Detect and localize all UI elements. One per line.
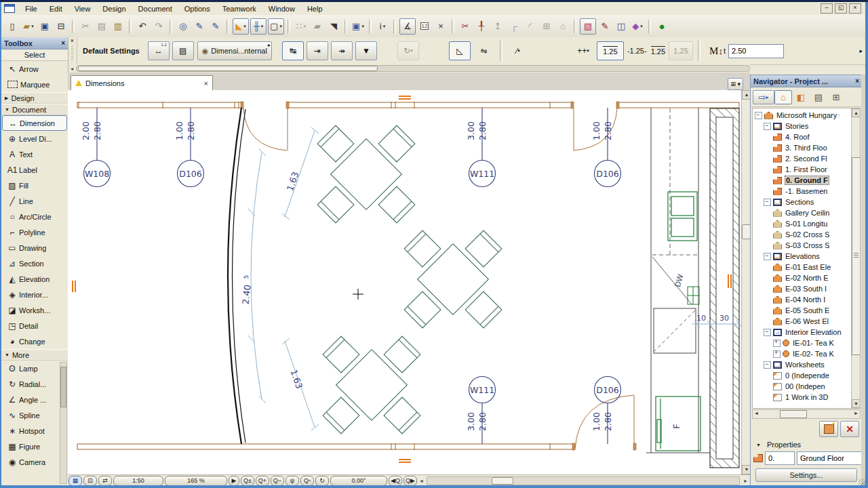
level-dimension-tool-icon[interactable]: ⊕ Level Di...	[1, 131, 68, 146]
toolbar-button[interactable]	[288, 20, 290, 33]
scroll-right-icon[interactable]: ►	[852, 410, 860, 417]
next-view-icon[interactable]: Q▶	[403, 476, 417, 486]
scroll-down-icon[interactable]: ▼	[852, 399, 861, 408]
paste-icon[interactable]: ▥	[111, 19, 125, 34]
print-icon[interactable]: ⊟	[54, 19, 68, 34]
fit-in-window-icon[interactable]: Q▫	[300, 476, 314, 486]
preview-mode-icon[interactable]: ⊡	[83, 476, 97, 486]
arrow-tool-icon[interactable]: ↖ Arrow	[1, 61, 68, 77]
rotate-view-icon[interactable]: ↻	[315, 476, 329, 486]
infobox-close-icon[interactable]: ×	[71, 37, 74, 44]
angle-dimension-button[interactable]: ◺	[449, 41, 471, 60]
zoom-out-icon[interactable]: Q−	[271, 476, 284, 486]
save-icon[interactable]: ▣	[37, 19, 52, 34]
arc-circle-tool-icon[interactable]: ○ Arc/Circle	[1, 209, 68, 224]
zoom-adjust-icon[interactable]: Q±	[241, 476, 254, 486]
tree-item[interactable]: E-04 North I	[753, 294, 852, 305]
floor-plan-svg[interactable]: 1.63 2.40 5 1.63	[68, 90, 741, 474]
interior-elevation-tool-icon[interactable]: ◈ Interior...	[1, 287, 68, 302]
figure-tool-icon[interactable]: ▦ Figure	[1, 439, 68, 454]
sink-unit[interactable]	[668, 192, 697, 241]
tree-item[interactable]: 00 (Indepen	[753, 381, 852, 392]
delete-story-button[interactable]: ✕	[840, 421, 859, 437]
hatched-wall[interactable]	[710, 108, 739, 468]
toolbar-button[interactable]	[648, 20, 651, 33]
copy-icon[interactable]: ▤	[94, 19, 109, 34]
drawing-tool-icon[interactable]: ▭ Drawing	[1, 240, 68, 256]
resize-icon[interactable]: ⊞	[539, 19, 554, 34]
menu-item[interactable]: Options	[178, 3, 216, 14]
fridge-unit[interactable]	[656, 396, 701, 451]
fillet-icon[interactable]: ◜	[523, 19, 538, 34]
angle-dimension-tool-icon[interactable]: ∠ Angle ...	[1, 392, 68, 407]
lamp-tool-icon[interactable]: ʘ Lamp	[1, 361, 68, 376]
elevate-icon[interactable]: ⌂	[555, 19, 570, 34]
text-height-input[interactable]	[728, 44, 784, 58]
infobox-scroll-thumb[interactable]	[78, 66, 378, 71]
story-number-input[interactable]	[765, 451, 795, 465]
walls[interactable]	[77, 102, 739, 449]
tree-item[interactable]: S-02 Cross S	[753, 229, 852, 240]
tree-expander-icon[interactable]	[773, 350, 781, 358]
tree-expander-icon[interactable]	[764, 199, 771, 206]
worksheet-tool-icon[interactable]: ◪ Worksh...	[1, 302, 68, 318]
arc-dimensions[interactable]	[248, 127, 319, 430]
adjust-icon[interactable]: ↥	[490, 19, 505, 34]
redo-icon[interactable]: ↷	[151, 19, 166, 34]
menu-item[interactable]: Help	[301, 3, 329, 14]
tree-item[interactable]: Interior Elevation	[753, 327, 852, 338]
dimension-settings-button[interactable]: ↔ 1.2	[148, 41, 170, 60]
new-document-icon[interactable]: ▯	[5, 19, 20, 34]
tree-expander-icon[interactable]	[773, 340, 781, 347]
toolbox-document-header[interactable]: ▼ Document	[1, 104, 68, 115]
measure-icon[interactable]: ∡	[399, 18, 416, 35]
tree-item[interactable]: E-03 South I	[753, 283, 852, 294]
tree-item[interactable]: -1. Basemen	[753, 186, 852, 197]
tree-item[interactable]: S-01 Longitu	[753, 218, 852, 229]
hscroll-thumb[interactable]	[492, 477, 513, 485]
menu-item[interactable]: Teamwork	[216, 3, 262, 14]
layers-icon[interactable]: ▣	[351, 19, 366, 34]
label-tool-icon[interactable]: A1 Label	[1, 162, 68, 178]
tree-expander-icon[interactable]	[764, 361, 771, 369]
toolbar-button[interactable]	[129, 20, 132, 33]
infobox-handle[interactable]: ×	[68, 37, 77, 64]
pickup-parameters-icon[interactable]: ✎	[192, 19, 207, 34]
grid-display-icon[interactable]: ∷	[294, 19, 309, 34]
tree-expander-icon[interactable]	[764, 329, 771, 336]
toolbar-button[interactable]	[344, 20, 347, 33]
3d-view-icon[interactable]: ⊞	[827, 90, 845, 104]
properties-header[interactable]: ▼ Properties	[751, 439, 862, 450]
section-tool-icon[interactable]: ⊿ Section	[1, 256, 68, 271]
app-icon[interactable]	[4, 4, 15, 13]
virtual-trace-icon[interactable]: ◆	[630, 19, 645, 34]
toolbox-titlebar[interactable]: Toolbox ×	[1, 37, 68, 49]
scroll-left-icon[interactable]: ◂	[68, 66, 76, 72]
new-story-button[interactable]	[819, 421, 838, 437]
hscroll-right-icon[interactable]: ►	[743, 479, 748, 483]
tree-item[interactable]: 2. Second Fl	[753, 153, 852, 164]
open-project-icon[interactable]: ▰	[21, 19, 36, 34]
navigator-titlebar[interactable]: Navigator - Project ... ×	[751, 75, 862, 87]
guide-lines-icon[interactable]: ◣	[233, 18, 249, 35]
stretch-icon[interactable]: ×	[433, 19, 448, 34]
tab-options-button[interactable]: ⊞ ▾	[728, 78, 743, 90]
menu-item[interactable]: Document	[132, 3, 178, 14]
hotspot-tool-icon[interactable]: ∗ Hotspot	[1, 423, 68, 439]
toolbar-button[interactable]	[369, 20, 372, 33]
scroll-left-icon[interactable]: ◄	[753, 410, 760, 417]
favorites-icon[interactable]: ◫	[614, 19, 629, 34]
undo-icon[interactable]: ↶	[135, 19, 150, 34]
settings-button[interactable]: Settings...	[755, 468, 857, 482]
tree-item[interactable]: Sections	[753, 197, 852, 207]
tree-vertical-scrollbar[interactable]: ▲ ▼	[851, 108, 860, 408]
section-view-icon[interactable]: ◧	[792, 90, 810, 104]
annotate-pen-icon[interactable]: ✎	[597, 19, 612, 34]
toolbar-button[interactable]	[226, 20, 229, 33]
marquee-tool-icon[interactable]: Marquee	[1, 77, 68, 92]
tree-item[interactable]: S-03 Cross S	[753, 240, 852, 251]
tree-item[interactable]: 4. Roof	[753, 131, 852, 142]
previous-view-icon[interactable]: ◀Q	[389, 476, 402, 486]
detail-tool-icon[interactable]: ◳ Detail	[1, 318, 68, 333]
find-select-icon[interactable]: ◎	[176, 19, 191, 34]
